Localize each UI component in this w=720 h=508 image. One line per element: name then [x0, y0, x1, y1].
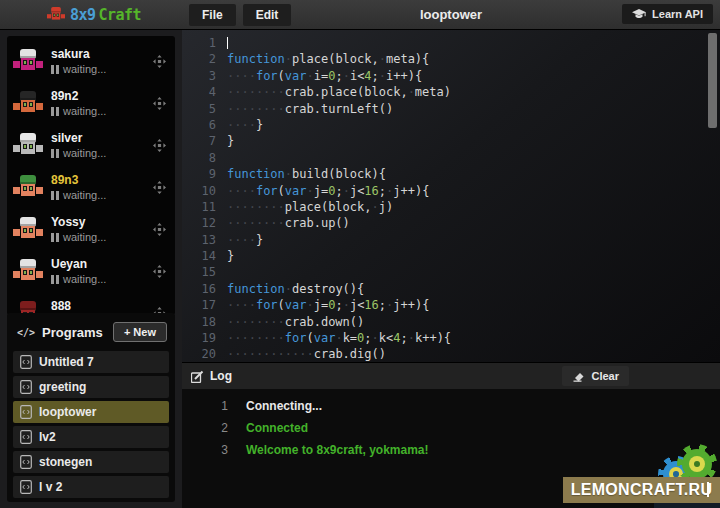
entity-list: sakurawaiting...89n2waiting...silverwait…	[7, 36, 175, 315]
crab-avatar	[13, 175, 43, 200]
code-line: 16function·destroy(){	[182, 281, 720, 297]
code-line: 12········crab.up()	[182, 215, 720, 231]
editor-scrollbar[interactable]	[708, 33, 717, 128]
entity-name: 89n3	[51, 173, 153, 187]
move-icon[interactable]	[153, 55, 166, 68]
code-file-icon	[20, 455, 32, 469]
code-line: 17····for(var·j=0;·j<16;·j++){	[182, 297, 720, 313]
line-number: 12	[182, 215, 216, 231]
clear-label: Clear	[591, 370, 619, 382]
move-icon[interactable]	[153, 223, 166, 236]
line-number: 20	[182, 346, 216, 362]
crab-avatar	[13, 133, 43, 158]
program-item[interactable]: greeting	[13, 376, 169, 398]
code-lines: 12function·place(block,·meta){3····for(v…	[182, 30, 720, 362]
log-line-number: 1	[182, 395, 228, 417]
code-line: 7}	[182, 133, 720, 149]
program-name: stonegen	[39, 455, 92, 469]
entity-status: waiting...	[51, 105, 153, 117]
code-line: 20············crab.dig()	[182, 346, 720, 362]
watermark-bar: LEMONCRAFT.RU	[563, 477, 720, 503]
code-file-icon	[20, 430, 32, 444]
code-file-icon	[20, 380, 32, 394]
program-item[interactable]: l v 2	[13, 476, 169, 498]
code-line: 6····}	[182, 117, 720, 133]
code-line: 5········crab.turnLeft()	[182, 101, 720, 117]
move-icon[interactable]	[153, 97, 166, 110]
program-name: lv2	[39, 430, 56, 444]
clear-log-button[interactable]: Clear	[562, 366, 629, 386]
crab-avatar	[13, 217, 43, 242]
code-line: 18········crab.down()	[182, 314, 720, 330]
watermark-text: LEMONCRAFT.RU	[571, 481, 713, 499]
code-icon: </>	[17, 327, 35, 338]
line-number: 15	[182, 264, 216, 280]
code-line: 19········for(var·k=0;·k<4;·k++){	[182, 330, 720, 346]
code-editor[interactable]: 12function·place(block,·meta){3····for(v…	[182, 30, 720, 362]
entity-row[interactable]: 888waiting...	[7, 292, 175, 315]
program-name: Untitled 7	[39, 355, 94, 369]
program-item[interactable]: Untitled 7	[13, 351, 169, 373]
log-message: Connected	[246, 417, 308, 439]
log-icon	[191, 370, 204, 383]
entity-row[interactable]: 89n2waiting...	[7, 82, 175, 124]
log-entry: 3Welcome to 8x9craft, yokmama!	[182, 439, 720, 461]
line-number: 13	[182, 232, 216, 248]
log-entry: 2Connected	[182, 417, 720, 439]
menu-file[interactable]: File	[189, 4, 236, 26]
pause-icon	[51, 107, 54, 116]
program-item[interactable]: stonegen	[13, 451, 169, 473]
crab-logo-icon	[47, 7, 65, 22]
pause-icon	[51, 275, 54, 284]
logo-text-craft: Craft	[98, 6, 141, 24]
entity-name: 888	[51, 299, 153, 313]
crab-avatar	[13, 49, 43, 74]
program-item[interactable]: lv2	[13, 426, 169, 448]
eraser-icon	[572, 371, 585, 382]
app-logo: 8x9 Craft	[0, 0, 182, 30]
line-number: 4	[182, 84, 216, 100]
move-icon[interactable]	[153, 181, 166, 194]
logo-text-8x9: 8x9	[70, 6, 96, 24]
code-line: 11········place(block,·j)	[182, 199, 720, 215]
entity-row[interactable]: 89n3waiting...	[7, 166, 175, 208]
line-number: 6	[182, 117, 216, 133]
pause-icon	[51, 65, 54, 74]
entity-row[interactable]: sakurawaiting...	[7, 40, 175, 82]
graduation-cap-icon	[632, 9, 646, 20]
log-header: Log Clear	[182, 363, 720, 389]
log-entries: 1Connecting...2Connected3Welcome to 8x9c…	[182, 389, 720, 461]
code-line: 15	[182, 264, 720, 280]
entity-status: waiting...	[51, 189, 153, 201]
entity-row[interactable]: Yossywaiting...	[7, 208, 175, 250]
top-bar: 8x9 Craft File Edit looptower Learn API	[0, 0, 720, 30]
entity-name: silver	[51, 131, 153, 145]
entity-status: waiting...	[51, 63, 153, 75]
entity-row[interactable]: silverwaiting...	[7, 124, 175, 166]
code-line: 13····}	[182, 232, 720, 248]
learn-api-label: Learn API	[652, 8, 703, 20]
menu-edit[interactable]: Edit	[243, 4, 292, 26]
programs-title: Programs	[42, 325, 103, 340]
learn-api-button[interactable]: Learn API	[622, 4, 713, 24]
move-icon[interactable]	[153, 139, 166, 152]
entity-name: sakura	[51, 47, 153, 61]
line-number: 19	[182, 330, 216, 346]
text-cursor	[227, 37, 228, 49]
crab-avatar	[13, 91, 43, 116]
log-message: Welcome to 8x9craft, yokmama!	[246, 439, 429, 461]
move-icon[interactable]	[153, 265, 166, 278]
entity-row[interactable]: Ueyanwaiting...	[7, 250, 175, 292]
pause-icon	[51, 233, 54, 242]
line-number: 1	[182, 35, 216, 51]
line-number: 16	[182, 281, 216, 297]
program-name: greeting	[39, 380, 86, 394]
log-line-number: 2	[182, 417, 228, 439]
entity-name: 89n2	[51, 89, 153, 103]
program-item[interactable]: looptower	[13, 401, 169, 423]
program-name: l v 2	[39, 480, 62, 494]
entity-name: Ueyan	[51, 257, 153, 271]
code-file-icon	[20, 480, 32, 494]
crab-avatar	[13, 259, 43, 284]
new-program-button[interactable]: + New	[113, 322, 167, 342]
